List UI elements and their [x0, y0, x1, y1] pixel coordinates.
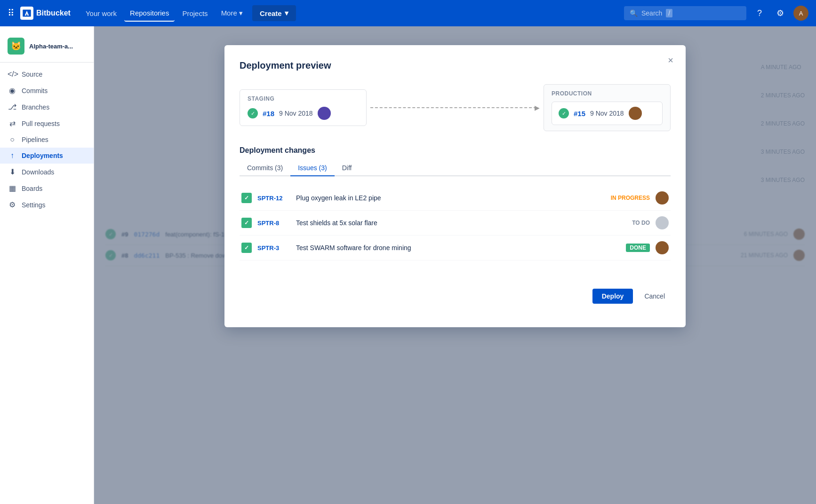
apps-icon[interactable]: ⠿ — [8, 8, 15, 19]
production-check-icon: ✓ — [559, 108, 569, 118]
logo-text: Bitbucket — [36, 9, 71, 17]
issue-row-1: ✓ SPTR-12 Plug oxygen leak in LE2 pipe I… — [240, 186, 671, 211]
staging-check-icon: ✓ — [248, 108, 258, 118]
staging-build-num[interactable]: #18 — [263, 110, 274, 118]
nav-repositories[interactable]: Repositories — [124, 5, 175, 22]
staging-date: 9 Nov 2018 — [279, 110, 313, 117]
sidebar-label-deployments: Deployments — [22, 152, 63, 159]
production-avatar — [629, 107, 642, 120]
staging-avatar — [318, 107, 331, 120]
help-button[interactable]: ? — [752, 6, 767, 21]
search-box[interactable]: 🔍 Search / — [624, 6, 746, 20]
sidebar-label-pipelines: Pipelines — [22, 136, 48, 143]
settings-button[interactable]: ⚙ — [773, 6, 788, 21]
issue-icon-3: ✓ — [241, 243, 252, 253]
modal-close-button[interactable]: × — [663, 53, 678, 68]
sidebar: 🐱 Alpha-team-a... </> Source ◉ Commits ⎇… — [0, 26, 94, 504]
sidebar-item-deployments[interactable]: ↑ Deployments — [0, 148, 94, 164]
tab-diff[interactable]: Diff — [335, 160, 360, 176]
issue-row-2: ✓ SPTR-8 Test shields at 5x solar flare … — [240, 211, 671, 236]
production-card: ✓ #15 9 Nov 2018 — [552, 102, 663, 125]
issue-status-1: IN PROGRESS — [611, 195, 650, 201]
sidebar-item-commits[interactable]: ◉ Commits — [0, 82, 94, 99]
pipelines-icon: ○ — [8, 135, 17, 144]
source-icon: </> — [8, 70, 17, 79]
arrow-head-icon: ▶ — [535, 104, 540, 111]
search-slash: / — [666, 9, 672, 17]
issue-key-2[interactable]: SPTR-8 — [257, 220, 290, 227]
repo-header: 🐱 Alpha-team-a... — [0, 34, 94, 63]
issue-title-2: Test shields at 5x solar flare — [296, 219, 626, 227]
issues-list: ✓ SPTR-12 Plug oxygen leak in LE2 pipe I… — [240, 186, 671, 260]
cancel-button[interactable]: Cancel — [639, 289, 671, 304]
modal-title: Deployment preview — [240, 60, 671, 71]
issue-title-1: Plug oxygen leak in LE2 pipe — [296, 194, 605, 202]
sidebar-label-settings: Settings — [22, 201, 46, 209]
nav-your-work[interactable]: Your work — [80, 6, 122, 21]
settings-icon: ⚙ — [776, 8, 784, 18]
branches-icon: ⎇ — [8, 102, 17, 111]
sidebar-label-downloads: Downloads — [22, 168, 54, 176]
dotted-line — [370, 107, 536, 108]
layout: 🐱 Alpha-team-a... </> Source ◉ Commits ⎇… — [0, 26, 816, 504]
deploy-arrow: ▶ — [367, 104, 544, 111]
sidebar-item-source[interactable]: </> Source — [0, 66, 94, 82]
help-icon: ? — [757, 8, 762, 18]
sidebar-item-settings[interactable]: ⚙ Settings — [0, 197, 94, 213]
issue-avatar-1 — [656, 191, 669, 205]
staging-label: Staging — [248, 95, 359, 102]
repo-icon: 🐱 — [8, 38, 24, 55]
deploy-button[interactable]: Deploy — [592, 289, 633, 304]
sidebar-label-branches: Branches — [22, 103, 49, 111]
tab-commits[interactable]: Commits (3) — [240, 160, 290, 176]
issue-row-3: ✓ SPTR-3 Test SWARM software for drone m… — [240, 236, 671, 260]
deploy-diagram: Staging ✓ #18 9 Nov 2018 ▶ — [240, 84, 671, 131]
production-date: 9 Nov 2018 — [590, 110, 624, 117]
staging-box: Staging ✓ #18 9 Nov 2018 — [240, 89, 367, 126]
sidebar-item-downloads[interactable]: ⬇ Downloads — [0, 164, 94, 180]
sidebar-label-boards: Boards — [22, 185, 42, 192]
sidebar-item-pull-requests[interactable]: ⇄ Pull requests — [0, 115, 94, 132]
tabs: Commits (3) Issues (3) Diff — [240, 160, 671, 176]
sidebar-label-commits: Commits — [22, 87, 48, 94]
modal-footer: Deploy Cancel — [240, 279, 671, 304]
issue-key-1[interactable]: SPTR-12 — [257, 195, 290, 202]
issue-key-3[interactable]: SPTR-3 — [257, 244, 290, 252]
modal: × Deployment preview Staging ✓ #18 9 Nov… — [224, 45, 686, 327]
production-deploy-card: ✓ #15 9 Nov 2018 — [559, 107, 656, 120]
sidebar-item-boards[interactable]: ▦ Boards — [0, 180, 94, 197]
sidebar-label-pull-requests: Pull requests — [22, 120, 60, 127]
topnav: ⠿ Bitbucket Your work Repositories Proje… — [0, 0, 816, 26]
boards-icon: ▦ — [8, 184, 17, 193]
modal-overlay: × Deployment preview Staging ✓ #18 9 Nov… — [94, 26, 816, 504]
changes-title: Deployment changes — [240, 146, 671, 155]
user-avatar[interactable]: A — [793, 6, 808, 21]
issue-icon-1: ✓ — [241, 193, 252, 203]
create-button[interactable]: Create ▾ — [252, 5, 296, 21]
pull-requests-icon: ⇄ — [8, 119, 17, 128]
main-content: ✓ #9 017276d feat(component): fS-1063 Wh… — [94, 26, 816, 504]
sidebar-label-source: Source — [22, 71, 42, 78]
downloads-icon: ⬇ — [8, 167, 17, 176]
staging-card: ✓ #18 9 Nov 2018 — [248, 107, 359, 120]
settings-sidebar-icon: ⚙ — [8, 200, 17, 209]
commits-icon: ◉ — [8, 86, 17, 95]
production-box: Production ✓ #15 9 Nov 2018 — [544, 84, 671, 131]
issue-avatar-2 — [656, 216, 669, 229]
topnav-right: 🔍 Search / ? ⚙ A — [624, 6, 808, 21]
issue-icon-2: ✓ — [241, 218, 252, 228]
repo-name: Alpha-team-a... — [29, 43, 73, 50]
issue-status-3: DONE — [626, 244, 650, 252]
issue-status-2: TO DO — [632, 220, 650, 226]
sidebar-item-branches[interactable]: ⎇ Branches — [0, 99, 94, 115]
deployments-icon: ↑ — [8, 151, 17, 160]
nav-projects[interactable]: Projects — [176, 6, 213, 21]
sidebar-item-pipelines[interactable]: ○ Pipelines — [0, 132, 94, 148]
search-icon: 🔍 — [630, 9, 638, 17]
nav-more[interactable]: More ▾ — [216, 5, 248, 21]
bitbucket-logo-icon — [20, 7, 33, 20]
logo[interactable]: Bitbucket — [20, 7, 71, 20]
production-build-num[interactable]: #15 — [574, 110, 585, 118]
production-label: Production — [552, 90, 663, 97]
tab-issues[interactable]: Issues (3) — [290, 160, 334, 176]
